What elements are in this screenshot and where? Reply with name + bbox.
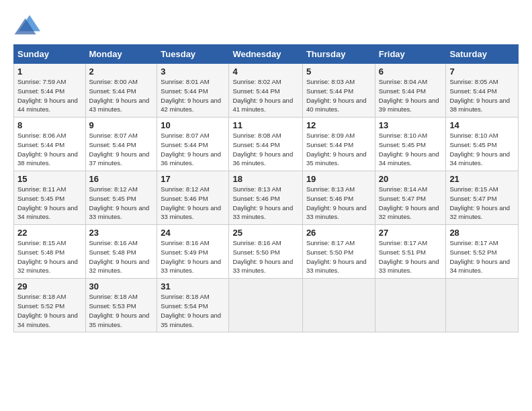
daylight-text: Daylight: 9 hours and 36 minutes. xyxy=(161,150,221,167)
day-number: 17 xyxy=(161,174,225,184)
calendar-table: SundayMondayTuesdayWednesdayThursdayFrid… xyxy=(13,44,519,332)
day-number: 31 xyxy=(161,281,225,291)
sunrise-text: Sunrise: 8:06 AM xyxy=(17,132,66,139)
day-cell-2: 2Sunrise: 8:00 AMSunset: 5:44 PMDaylight… xyxy=(85,64,157,118)
day-detail: Sunrise: 8:16 AMSunset: 5:48 PMDaylight:… xyxy=(89,238,154,275)
sunset-text: Sunset: 5:44 PM xyxy=(232,141,279,148)
day-number: 14 xyxy=(449,120,515,130)
day-number: 16 xyxy=(89,174,154,184)
sunrise-text: Sunrise: 8:02 AM xyxy=(232,78,281,85)
day-cell-25: 25Sunrise: 8:16 AMSunset: 5:50 PMDayligh… xyxy=(229,225,302,279)
sunset-text: Sunset: 5:46 PM xyxy=(161,195,208,202)
sunset-text: Sunset: 5:44 PM xyxy=(89,141,136,148)
sunrise-text: Sunrise: 8:18 AM xyxy=(17,293,66,300)
sunset-text: Sunset: 5:50 PM xyxy=(306,248,353,256)
daylight-text: Daylight: 9 hours and 34 minutes. xyxy=(17,312,78,328)
day-number: 9 xyxy=(89,120,154,130)
sunrise-text: Sunrise: 8:12 AM xyxy=(89,185,138,193)
day-number: 12 xyxy=(306,120,371,130)
day-cell-26: 26Sunrise: 8:17 AMSunset: 5:50 PMDayligh… xyxy=(302,225,375,279)
sunrise-text: Sunrise: 8:13 AM xyxy=(232,185,281,193)
daylight-text: Daylight: 9 hours and 33 minutes. xyxy=(161,258,221,275)
daylight-text: Daylight: 9 hours and 41 minutes. xyxy=(232,97,293,113)
sunrise-text: Sunrise: 8:18 AM xyxy=(161,293,209,300)
sunrise-text: Sunrise: 8:14 AM xyxy=(379,185,427,193)
sunrise-text: Sunrise: 8:16 AM xyxy=(232,239,281,246)
sunrise-text: Sunrise: 8:04 AM xyxy=(379,78,427,85)
day-number: 11 xyxy=(232,120,298,130)
daylight-text: Daylight: 9 hours and 42 minutes. xyxy=(161,97,221,113)
day-cell-4: 4Sunrise: 8:02 AMSunset: 5:44 PMDaylight… xyxy=(229,64,302,118)
day-detail: Sunrise: 8:05 AMSunset: 5:44 PMDaylight:… xyxy=(449,77,515,114)
daylight-text: Daylight: 9 hours and 40 minutes. xyxy=(306,97,367,113)
day-number: 27 xyxy=(379,228,443,238)
col-header-thursday: Thursday xyxy=(302,45,375,64)
day-number: 1 xyxy=(17,66,82,77)
sunrise-text: Sunrise: 8:07 AM xyxy=(89,132,138,139)
daylight-text: Daylight: 9 hours and 36 minutes. xyxy=(232,150,293,167)
sunrise-text: Sunrise: 8:15 AM xyxy=(449,185,498,193)
week-row-2: 8Sunrise: 8:06 AMSunset: 5:44 PMDaylight… xyxy=(14,118,519,171)
daylight-text: Daylight: 9 hours and 32 minutes. xyxy=(89,258,150,275)
sunrise-text: Sunrise: 8:16 AM xyxy=(89,239,138,246)
day-cell-20: 20Sunrise: 8:14 AMSunset: 5:47 PMDayligh… xyxy=(375,171,446,225)
day-detail: Sunrise: 8:15 AMSunset: 5:48 PMDaylight:… xyxy=(17,238,82,275)
sunrise-text: Sunrise: 8:08 AM xyxy=(232,132,281,139)
daylight-text: Daylight: 9 hours and 33 minutes. xyxy=(379,258,439,275)
week-row-1: 1Sunrise: 7:59 AMSunset: 5:44 PMDaylight… xyxy=(14,64,519,118)
day-cell-21: 21Sunrise: 8:15 AMSunset: 5:47 PMDayligh… xyxy=(446,171,519,225)
sunset-text: Sunset: 5:44 PM xyxy=(89,87,136,95)
sunset-text: Sunset: 5:44 PM xyxy=(161,87,208,95)
sunset-text: Sunset: 5:44 PM xyxy=(17,141,64,148)
sunrise-text: Sunrise: 8:15 AM xyxy=(17,239,66,246)
sunset-text: Sunset: 5:45 PM xyxy=(89,195,136,202)
logo-icon xyxy=(13,11,40,38)
day-cell-22: 22Sunrise: 8:15 AMSunset: 5:48 PMDayligh… xyxy=(14,225,86,279)
sunrise-text: Sunrise: 8:03 AM xyxy=(306,78,355,85)
sunrise-text: Sunrise: 8:11 AM xyxy=(17,185,66,193)
daylight-text: Daylight: 9 hours and 35 minutes. xyxy=(306,150,367,167)
sunset-text: Sunset: 5:45 PM xyxy=(379,141,426,148)
week-row-3: 15Sunrise: 8:11 AMSunset: 5:45 PMDayligh… xyxy=(14,171,519,225)
day-detail: Sunrise: 8:10 AMSunset: 5:45 PMDaylight:… xyxy=(379,131,443,168)
day-cell-17: 17Sunrise: 8:12 AMSunset: 5:46 PMDayligh… xyxy=(157,171,229,225)
sunrise-text: Sunrise: 8:16 AM xyxy=(161,239,209,246)
day-cell-1: 1Sunrise: 7:59 AMSunset: 5:44 PMDaylight… xyxy=(14,64,86,118)
day-number: 24 xyxy=(161,228,225,238)
day-cell-23: 23Sunrise: 8:16 AMSunset: 5:48 PMDayligh… xyxy=(85,225,157,279)
sunset-text: Sunset: 5:50 PM xyxy=(232,248,279,256)
day-cell-5: 5Sunrise: 8:03 AMSunset: 5:44 PMDaylight… xyxy=(302,64,375,118)
day-number: 26 xyxy=(306,228,371,238)
sunrise-text: Sunrise: 8:10 AM xyxy=(449,132,498,139)
sunrise-text: Sunrise: 8:10 AM xyxy=(379,132,427,139)
day-number: 8 xyxy=(17,120,82,130)
day-cell-28: 28Sunrise: 8:17 AMSunset: 5:52 PMDayligh… xyxy=(446,225,519,279)
sunset-text: Sunset: 5:47 PM xyxy=(449,195,496,202)
day-cell-7: 7Sunrise: 8:05 AMSunset: 5:44 PMDaylight… xyxy=(446,64,519,118)
sunset-text: Sunset: 5:52 PM xyxy=(449,248,496,256)
header xyxy=(13,11,519,38)
day-detail: Sunrise: 8:16 AMSunset: 5:49 PMDaylight:… xyxy=(161,238,225,275)
day-detail: Sunrise: 8:17 AMSunset: 5:50 PMDaylight:… xyxy=(306,238,371,275)
daylight-text: Daylight: 9 hours and 33 minutes. xyxy=(161,204,221,221)
daylight-text: Daylight: 9 hours and 43 minutes. xyxy=(89,97,150,113)
daylight-text: Daylight: 9 hours and 33 minutes. xyxy=(89,204,150,221)
col-header-tuesday: Tuesday xyxy=(157,45,229,64)
sunset-text: Sunset: 5:45 PM xyxy=(17,195,64,202)
day-cell-13: 13Sunrise: 8:10 AMSunset: 5:45 PMDayligh… xyxy=(375,118,446,171)
sunset-text: Sunset: 5:48 PM xyxy=(17,248,64,256)
day-detail: Sunrise: 8:14 AMSunset: 5:47 PMDaylight:… xyxy=(379,185,443,222)
day-number: 30 xyxy=(89,281,154,291)
day-number: 15 xyxy=(17,174,82,184)
sunrise-text: Sunrise: 8:17 AM xyxy=(449,239,498,246)
day-detail: Sunrise: 8:18 AMSunset: 5:53 PMDaylight:… xyxy=(89,292,154,329)
day-detail: Sunrise: 8:04 AMSunset: 5:44 PMDaylight:… xyxy=(379,77,443,114)
sunrise-text: Sunrise: 8:05 AM xyxy=(449,78,498,85)
sunset-text: Sunset: 5:48 PM xyxy=(89,248,136,256)
sunset-text: Sunset: 5:44 PM xyxy=(232,87,279,95)
sunset-text: Sunset: 5:46 PM xyxy=(232,195,279,202)
day-detail: Sunrise: 8:07 AMSunset: 5:44 PMDaylight:… xyxy=(89,131,154,168)
day-cell-24: 24Sunrise: 8:16 AMSunset: 5:49 PMDayligh… xyxy=(157,225,229,279)
day-number: 7 xyxy=(449,66,515,77)
sunrise-text: Sunrise: 8:00 AM xyxy=(89,78,138,85)
